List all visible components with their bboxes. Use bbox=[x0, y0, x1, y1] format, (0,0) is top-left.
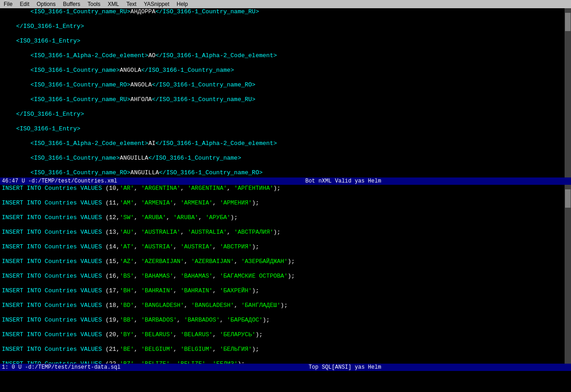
xml-line: </ISO_3166-1_Entry> bbox=[2, 23, 569, 30]
menu-bar: File Edit Options Buffers Tools XML Text… bbox=[0, 0, 571, 8]
top-scrollbar[interactable] bbox=[565, 8, 571, 177]
bottom-scrollbar-thumb[interactable] bbox=[565, 189, 571, 208]
bottom-status-center: Top SQL[ANSI] yas Helm bbox=[120, 364, 569, 371]
menu-tools[interactable]: Tools bbox=[86, 1, 102, 7]
top-status-bar: 46:47 U -d:/TEMP/test/Countries.xml Bot … bbox=[0, 177, 571, 185]
xml-line: <ISO_3166-1_Country_name_RO>ANGUILLA</IS… bbox=[2, 169, 569, 177]
sql-line: INSERT INTO Countries VALUES (11,'AM', '… bbox=[2, 199, 564, 207]
xml-line: </ISO_3166-1_Entry> bbox=[2, 111, 569, 118]
xml-line: <ISO_3166-1_Country_name_RO>ANGOLA</ISO_… bbox=[2, 81, 569, 89]
sql-line: INSERT INTO Countries VALUES (15,'AZ', '… bbox=[2, 258, 564, 265]
menu-xml[interactable]: XML bbox=[106, 1, 121, 7]
menu-edit[interactable]: Edit bbox=[18, 1, 31, 7]
menu-text[interactable]: Text bbox=[125, 1, 138, 7]
sql-code: INSERT INTO Countries VALUES (10,'AR', '… bbox=[0, 185, 571, 371]
menu-file[interactable]: File bbox=[2, 1, 14, 7]
sql-line: INSERT INTO Countries VALUES (14,'AT', '… bbox=[2, 243, 564, 251]
top-scrollbar-thumb[interactable] bbox=[565, 13, 571, 31]
sql-line: INSERT INTO Countries VALUES (19,'BB', '… bbox=[2, 317, 564, 324]
sql-line: INSERT INTO Countries VALUES (17,'BH', '… bbox=[2, 287, 564, 295]
menu-yasnippet[interactable]: YASnippet bbox=[142, 1, 171, 7]
sql-line: INSERT INTO Countries VALUES (10,'AR', '… bbox=[2, 185, 564, 192]
xml-line: <ISO_3166-1_Alpha-2_Code_element>AI</ISO… bbox=[2, 140, 569, 147]
xml-line: <ISO_3166-1_Country_name_RU>АНДОРРА</ISO… bbox=[2, 8, 569, 16]
sql-line: INSERT INTO Countries VALUES (16,'BS', '… bbox=[2, 273, 564, 280]
bottom-status-left: 1: 0 U -d:/TEMP/test/insert-data.sql bbox=[2, 364, 120, 371]
xml-code: <ISO_3166-1_Country_name_RU>АНДОРРА</ISO… bbox=[0, 8, 571, 177]
xml-line: <ISO_3166-1_Country_name_RU>АНГОЛА</ISO_… bbox=[2, 96, 569, 103]
bottom-scrollbar[interactable] bbox=[565, 185, 571, 371]
menu-options[interactable]: Options bbox=[35, 1, 57, 7]
sql-line: INSERT INTO Countries VALUES (20,'BY', '… bbox=[2, 331, 564, 338]
bottom-editor-pane[interactable]: INSERT INTO Countries VALUES (10,'AR', '… bbox=[0, 185, 571, 371]
sql-line: INSERT INTO Countries VALUES (12,'SW', '… bbox=[2, 214, 564, 221]
menu-buffers[interactable]: Buffers bbox=[61, 1, 82, 7]
sql-line: INSERT INTO Countries VALUES (21,'BE', '… bbox=[2, 346, 564, 353]
xml-line: <ISO_3166-1_Country_name>ANGUILLA</ISO_3… bbox=[2, 155, 569, 162]
sql-line: INSERT INTO Countries VALUES (18,'BD', '… bbox=[2, 302, 564, 309]
top-status-center: Bot nXML Valid yas Helm bbox=[117, 178, 569, 184]
sql-line: INSERT INTO Countries VALUES (13,'AU', '… bbox=[2, 229, 564, 236]
xml-line: <ISO_3166-1_Country_name>ANGOLA</ISO_316… bbox=[2, 67, 569, 74]
menu-help[interactable]: Help bbox=[175, 1, 190, 7]
top-status-left: 46:47 U -d:/TEMP/test/Countries.xml bbox=[2, 178, 117, 184]
bottom-status-bar: 1: 0 U -d:/TEMP/test/insert-data.sql Top… bbox=[0, 364, 571, 371]
xml-line: <ISO_3166-1_Alpha-2_Code_element>AO</ISO… bbox=[2, 52, 569, 59]
xml-line: <ISO_3166-1_Entry> bbox=[2, 38, 569, 45]
xml-line: <ISO_3166-1_Entry> bbox=[2, 125, 569, 133]
top-editor-pane[interactable]: <ISO_3166-1_Country_name_RU>АНДОРРА</ISO… bbox=[0, 8, 571, 177]
